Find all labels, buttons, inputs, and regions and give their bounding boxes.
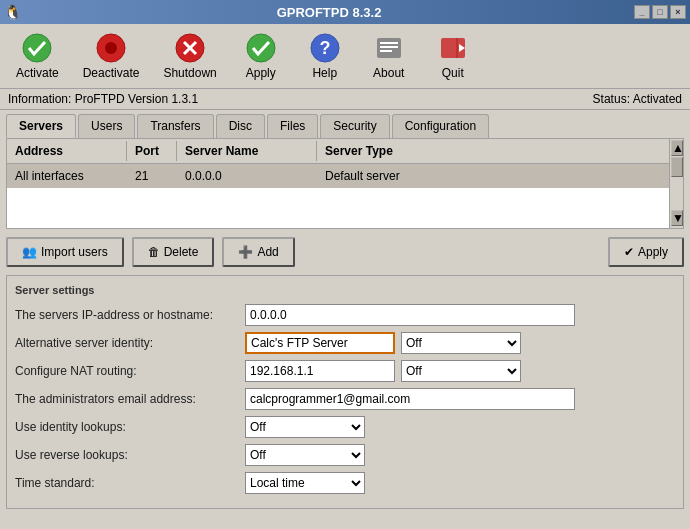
tab-configuration[interactable]: Configuration (392, 114, 489, 138)
cell-server-name: 0.0.0.0 (177, 166, 317, 186)
scrollbar-up-arrow[interactable]: ▲ (671, 140, 683, 156)
delete-button[interactable]: 🗑 Delete (132, 237, 215, 267)
activate-button[interactable]: Activate (6, 28, 69, 84)
apply-toolbar-button[interactable]: Apply (231, 28, 291, 84)
svg-point-0 (23, 34, 51, 62)
activate-label: Activate (16, 66, 59, 80)
quit-button[interactable]: Quit (423, 28, 483, 84)
window-icon: 🐧 (4, 4, 21, 20)
svg-point-6 (247, 34, 275, 62)
toolbar: Activate Deactivate Shutdown Apply (0, 24, 690, 89)
apply-icon: ✔ (624, 245, 634, 259)
identity-lookups-select[interactable]: Off (245, 416, 365, 438)
nat-routing-select[interactable]: Off (401, 360, 521, 382)
shutdown-label: Shutdown (163, 66, 216, 80)
deactivate-button[interactable]: Deactivate (73, 28, 150, 84)
about-icon (373, 32, 405, 64)
svg-rect-11 (380, 46, 398, 48)
apply-label: Apply (638, 245, 668, 259)
settings-panel: Server settings The servers IP-address o… (6, 275, 684, 509)
import-users-label: Import users (41, 245, 108, 259)
window-controls[interactable]: _ □ × (634, 5, 686, 19)
maximize-button[interactable]: □ (652, 5, 668, 19)
apply-button[interactable]: ✔ Apply (608, 237, 684, 267)
scrollbar-thumb[interactable] (671, 157, 683, 177)
help-icon: ? (309, 32, 341, 64)
delete-icon: 🗑 (148, 245, 160, 259)
col-server-name: Server Name (177, 141, 317, 161)
reverse-lookups-select[interactable]: Off (245, 444, 365, 466)
cell-port: 21 (127, 166, 177, 186)
close-button[interactable]: × (670, 5, 686, 19)
reverse-lookups-row: Use reverse lookups: Off (15, 444, 675, 466)
deactivate-label: Deactivate (83, 66, 140, 80)
titlebar: 🐧 GPROFTPD 8.3.2 _ □ × (0, 0, 690, 24)
about-button[interactable]: About (359, 28, 419, 84)
alt-identity-input[interactable] (245, 332, 395, 354)
cell-server-type: Default server (317, 166, 669, 186)
admin-email-input[interactable] (245, 388, 575, 410)
server-table: Address Port Server Name Server Type All… (6, 138, 684, 229)
nat-routing-input[interactable] (245, 360, 395, 382)
shutdown-icon (174, 32, 206, 64)
apply-toolbar-icon (245, 32, 277, 64)
col-port: Port (127, 141, 177, 161)
tab-disc[interactable]: Disc (216, 114, 265, 138)
table-header: Address Port Server Name Server Type (7, 139, 683, 164)
svg-rect-12 (380, 50, 392, 52)
svg-point-2 (105, 42, 117, 54)
add-icon: ➕ (238, 245, 253, 259)
tab-security[interactable]: Security (320, 114, 389, 138)
alt-identity-label: Alternative server identity: (15, 336, 245, 350)
action-row: 👥 Import users 🗑 Delete ➕ Add ✔ Apply (0, 229, 690, 275)
about-label: About (373, 66, 404, 80)
alt-identity-row: Alternative server identity: Off (15, 332, 675, 354)
minimize-button[interactable]: _ (634, 5, 650, 19)
delete-label: Delete (164, 245, 199, 259)
tab-servers[interactable]: Servers (6, 114, 76, 138)
tab-users[interactable]: Users (78, 114, 135, 138)
svg-rect-10 (380, 42, 398, 44)
add-button[interactable]: ➕ Add (222, 237, 294, 267)
window-title: GPROFTPD 8.3.2 (24, 5, 634, 20)
deactivate-icon (95, 32, 127, 64)
statusbar: Information: ProFTPD Version 1.3.1 Statu… (0, 89, 690, 110)
nat-routing-row: Configure NAT routing: Off (15, 360, 675, 382)
quit-icon (437, 32, 469, 64)
tab-transfers[interactable]: Transfers (137, 114, 213, 138)
cell-address: All interfaces (7, 166, 127, 186)
reverse-lookups-label: Use reverse lookups: (15, 448, 245, 462)
activate-icon (21, 32, 53, 64)
col-server-type: Server Type (317, 141, 683, 161)
time-standard-label: Time standard: (15, 476, 245, 490)
status-activated: Status: Activated (593, 92, 682, 106)
scrollbar-down-arrow[interactable]: ▼ (671, 210, 683, 226)
ip-address-row: The servers IP-address or hostname: (15, 304, 675, 326)
time-standard-select[interactable]: Local time (245, 472, 365, 494)
admin-email-label: The administrators email address: (15, 392, 245, 406)
tabs-row: Servers Users Transfers Disc Files Secur… (0, 110, 690, 138)
quit-label: Quit (442, 66, 464, 80)
alt-identity-select[interactable]: Off (401, 332, 521, 354)
status-info: Information: ProFTPD Version 1.3.1 (8, 92, 198, 106)
table-row[interactable]: All interfaces 21 0.0.0.0 Default server (7, 164, 669, 188)
shutdown-button[interactable]: Shutdown (153, 28, 226, 84)
col-address: Address (7, 141, 127, 161)
tab-files[interactable]: Files (267, 114, 318, 138)
svg-text:?: ? (319, 38, 330, 58)
add-label: Add (257, 245, 278, 259)
ip-address-label: The servers IP-address or hostname: (15, 308, 245, 322)
help-label: Help (312, 66, 337, 80)
ip-address-input[interactable] (245, 304, 575, 326)
identity-lookups-label: Use identity lookups: (15, 420, 245, 434)
help-button[interactable]: ? Help (295, 28, 355, 84)
admin-email-row: The administrators email address: (15, 388, 675, 410)
import-users-icon: 👥 (22, 245, 37, 259)
nat-routing-label: Configure NAT routing: (15, 364, 245, 378)
table-scrollbar[interactable]: ▲ ▼ (669, 139, 683, 228)
settings-legend: Server settings (15, 284, 675, 296)
apply-toolbar-label: Apply (246, 66, 276, 80)
time-standard-row: Time standard: Local time (15, 472, 675, 494)
import-users-button[interactable]: 👥 Import users (6, 237, 124, 267)
identity-lookups-row: Use identity lookups: Off (15, 416, 675, 438)
